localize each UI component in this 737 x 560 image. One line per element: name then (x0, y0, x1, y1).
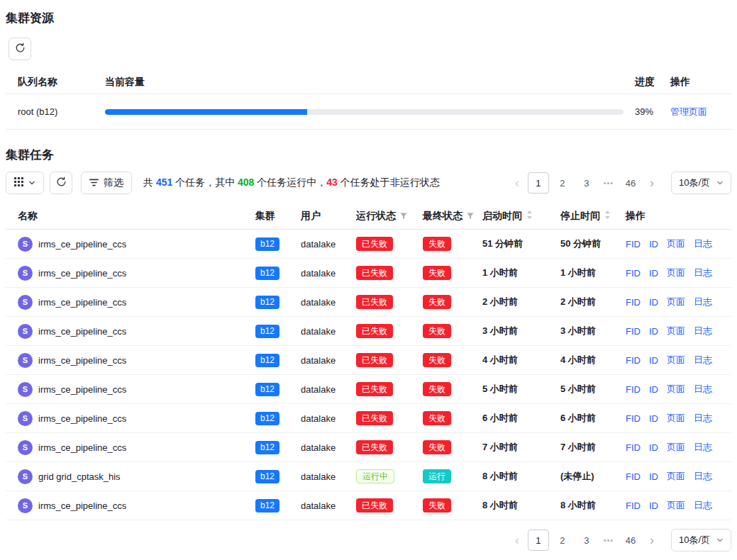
page-button-3[interactable]: 3 (576, 172, 597, 194)
page-link[interactable]: 页面 (667, 325, 685, 337)
log-link[interactable]: 日志 (694, 499, 712, 512)
log-link[interactable]: 日志 (694, 296, 712, 308)
id-link[interactable]: ID (649, 355, 658, 366)
id-link[interactable]: ID (649, 268, 658, 279)
final-status-cell: 运行 (423, 469, 482, 483)
start-time: 2 小时前 (482, 296, 560, 308)
log-link[interactable]: 日志 (694, 412, 712, 425)
tasks-section-title: 集群任务 (6, 147, 731, 163)
stop-time: (未停止) (560, 470, 626, 483)
tasks-footer: ‹ 1 2 3 ••• 46 › 10条/页 (6, 529, 731, 551)
page-link[interactable]: 页面 (667, 412, 685, 425)
final-status-cell: 失败 (423, 353, 482, 367)
stop-time: 3 小时前 (560, 325, 626, 337)
page-size-select[interactable]: 10条/页 (671, 529, 731, 551)
stop-time: 4 小时前 (560, 354, 626, 366)
fid-link[interactable]: FID (626, 442, 641, 453)
id-link[interactable]: ID (649, 326, 658, 337)
user-cell: datalake (301, 384, 356, 395)
sorter-icon[interactable] (526, 210, 533, 222)
manage-page-link[interactable]: 管理页面 (670, 106, 707, 117)
fid-link[interactable]: FID (626, 413, 641, 424)
run-status-tag: 已失败 (356, 237, 393, 251)
page-link[interactable]: 页面 (667, 470, 685, 483)
page-link[interactable]: 页面 (667, 237, 685, 250)
page-button-1[interactable]: 1 (528, 530, 549, 551)
sorter-icon[interactable] (604, 210, 611, 222)
page-link[interactable]: 页面 (667, 499, 685, 512)
log-link[interactable]: 日志 (694, 354, 712, 366)
task-name: irms_ce_pipeline_ccs (38, 442, 126, 453)
fid-link[interactable]: FID (626, 268, 641, 279)
log-link[interactable]: 日志 (694, 237, 712, 250)
avatar: S (18, 469, 33, 484)
id-link[interactable]: ID (649, 239, 658, 250)
header-final-status: 最终状态 (423, 210, 482, 223)
page-link[interactable]: 页面 (667, 267, 685, 279)
tasks-refresh-button[interactable] (50, 172, 72, 194)
prev-page-button[interactable]: ‹ (508, 172, 526, 194)
page-size-select[interactable]: 10条/页 (671, 172, 731, 194)
start-time: 6 小时前 (482, 412, 560, 425)
page-button-2[interactable]: 2 (552, 530, 573, 551)
run-status-cell: 已失败 (356, 440, 423, 454)
chevron-down-icon (716, 535, 724, 546)
fid-link[interactable]: FID (626, 355, 641, 366)
avatar: S (18, 498, 33, 513)
fid-link[interactable]: FID (626, 297, 641, 308)
run-status-cell: 已失败 (356, 295, 423, 309)
resources-refresh-button[interactable] (9, 38, 31, 60)
page-button-46[interactable]: 46 (620, 172, 641, 194)
start-time: 51 分钟前 (482, 237, 560, 250)
page-button-46[interactable]: 46 (620, 530, 641, 551)
funnel-icon[interactable] (467, 211, 474, 222)
fid-link[interactable]: FID (626, 239, 641, 250)
cluster-cell: b12 (255, 383, 301, 396)
pagination-bottom: ‹ 1 2 3 ••• 46 › 10条/页 (508, 529, 731, 551)
fid-link[interactable]: FID (626, 384, 641, 395)
cluster-badge: b12 (255, 354, 279, 367)
page-link[interactable]: 页面 (667, 383, 685, 396)
task-name: irms_ce_pipeline_ccs (38, 384, 126, 395)
next-page-button[interactable]: › (643, 529, 661, 551)
cluster-badge: b12 (255, 383, 279, 396)
page-link[interactable]: 页面 (667, 296, 685, 308)
run-status-cell: 已失败 (356, 382, 423, 396)
next-page-button[interactable]: › (643, 172, 661, 194)
pagination-ellipsis[interactable]: ••• (599, 179, 619, 187)
task-name: irms_ce_pipeline_ccs (38, 500, 126, 511)
pagination-ellipsis[interactable]: ••• (599, 536, 619, 544)
log-link[interactable]: 日志 (694, 325, 712, 337)
prev-page-button[interactable]: ‹ (508, 529, 526, 551)
funnel-icon[interactable] (400, 211, 407, 222)
summary-text: 个任务处于非运行状态 (338, 177, 440, 188)
id-link[interactable]: ID (649, 442, 658, 453)
page-link[interactable]: 页面 (667, 441, 685, 454)
log-link[interactable]: 日志 (694, 267, 712, 279)
page-button-2[interactable]: 2 (552, 172, 573, 194)
id-link[interactable]: ID (649, 500, 658, 511)
start-time: 1 小时前 (482, 267, 560, 279)
header-current-capacity: 当前容量 (105, 76, 635, 89)
filter-button[interactable]: 筛选 (81, 172, 132, 194)
grid-layout-icon (14, 177, 23, 189)
id-link[interactable]: ID (649, 413, 658, 424)
user-cell: datalake (301, 268, 356, 279)
log-link[interactable]: 日志 (694, 383, 712, 396)
id-link[interactable]: ID (649, 471, 658, 482)
task-name: irms_ce_pipeline_ccs (38, 355, 126, 366)
page-button-3[interactable]: 3 (576, 530, 597, 551)
page-link[interactable]: 页面 (667, 354, 685, 366)
layout-grid-button[interactable] (6, 172, 44, 194)
id-link[interactable]: ID (649, 297, 658, 308)
fid-link[interactable]: FID (626, 471, 641, 482)
page-button-1[interactable]: 1 (528, 172, 549, 194)
id-link[interactable]: ID (649, 384, 658, 395)
fid-link[interactable]: FID (626, 500, 641, 511)
log-link[interactable]: 日志 (694, 441, 712, 454)
table-row: S grid grid_cptask_his b12 datalake 运行中 … (6, 462, 731, 491)
cluster-cell: b12 (255, 354, 301, 367)
cluster-badge: b12 (255, 237, 279, 251)
log-link[interactable]: 日志 (694, 470, 712, 483)
fid-link[interactable]: FID (626, 326, 641, 337)
